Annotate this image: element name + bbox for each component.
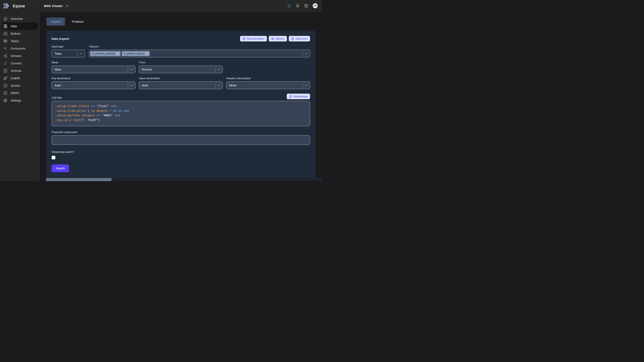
chevron-down-icon bbox=[217, 84, 220, 87]
cluster-name: MSK Cluster bbox=[44, 4, 63, 8]
select-divider bbox=[215, 67, 215, 71]
value-deserializer-label: Value deserializer bbox=[139, 77, 223, 80]
key-deserializer-label: Key deserializer bbox=[52, 77, 136, 80]
tab-produce[interactable]: Produce bbox=[68, 17, 88, 25]
required-asterisk: * bbox=[99, 45, 100, 48]
key-deserializer-value: Auto bbox=[54, 83, 126, 87]
sidebar-item-label: Brokers bbox=[11, 32, 21, 35]
sidebar-item-krepl[interactable]: kREPL bbox=[2, 89, 38, 97]
chevron-down-icon bbox=[304, 84, 308, 87]
sidebar-item-streams[interactable]: Streams bbox=[2, 52, 38, 60]
from-label: From bbox=[139, 61, 223, 64]
horizontal-scrollbar-track[interactable] bbox=[46, 178, 322, 181]
horizontal-scrollbar-thumb[interactable] bbox=[46, 178, 112, 181]
file-text-icon bbox=[3, 69, 8, 73]
headers-deserializer-value: None bbox=[229, 83, 301, 87]
topic-chip-label: tx_partner_aardvark bbox=[92, 52, 115, 55]
gear-icon bbox=[3, 98, 8, 102]
headers-deserializer-select[interactable]: None bbox=[226, 81, 310, 89]
selected-topic-chips: tx_partner_aardvark✕tx_partner_alpaca✕ bbox=[90, 51, 301, 56]
options-button[interactable]: Options bbox=[269, 36, 287, 41]
help-icon[interactable] bbox=[304, 4, 308, 8]
terminal-icon bbox=[3, 91, 8, 95]
sidebar-item-label: Overview bbox=[11, 17, 23, 20]
input-type-label: Input type* bbox=[52, 45, 85, 48]
value-deserializer-select[interactable]: Auto bbox=[139, 81, 223, 89]
projection-expression-input[interactable] bbox=[52, 135, 310, 145]
input-type-select[interactable]: Topic bbox=[52, 50, 85, 57]
hard-drive-icon bbox=[3, 31, 8, 36]
chevrons-down-icon bbox=[3, 46, 8, 50]
select-divider bbox=[77, 51, 78, 56]
remove-topic-icon[interactable]: ✕ bbox=[146, 52, 148, 55]
mode-select[interactable]: Slice bbox=[52, 66, 136, 73]
trash-icon bbox=[291, 37, 294, 40]
sidebar-item-schema[interactable]: Schema bbox=[2, 67, 38, 74]
home-icon bbox=[3, 17, 8, 21]
topics-label: Topic(s)* bbox=[89, 45, 310, 48]
sidebar-item-ksqldb[interactable]: ksqlDB bbox=[2, 74, 38, 82]
panel-actions: DocumentationOptionsClear form bbox=[240, 36, 310, 41]
file-text-icon bbox=[289, 95, 292, 98]
search-button[interactable]: Search bbox=[52, 164, 69, 172]
streaming-search-checkbox[interactable] bbox=[52, 156, 55, 159]
avatar[interactable]: FH bbox=[313, 3, 318, 8]
sidebar-item-label: ksqlDB bbox=[11, 76, 20, 80]
topbar-actions: FH bbox=[287, 3, 318, 8]
sidebar-item-label: Settings bbox=[11, 99, 21, 102]
app-window: Kpow OverviewDataBrokersTopicsConsumersS… bbox=[0, 0, 322, 181]
sidebar: Kpow OverviewDataBrokersTopicsConsumersS… bbox=[0, 0, 40, 181]
key-deserializer-select[interactable]: Auto bbox=[52, 81, 136, 89]
chevron-down-icon bbox=[217, 68, 220, 71]
projection-expression-label: Projection expression bbox=[52, 131, 310, 134]
code-line: .key.id | test(". *b19f") bbox=[55, 118, 306, 122]
chevrons-up-down-icon bbox=[3, 61, 8, 65]
sidebar-item-label: Quotas bbox=[11, 84, 20, 87]
sidebar-item-label: Data bbox=[11, 24, 17, 28]
code-line: .value.partner.network == "AMEX" and bbox=[55, 113, 306, 118]
cluster-selector[interactable]: MSK Cluster bbox=[44, 4, 69, 8]
required-asterisk: * bbox=[64, 45, 64, 48]
select-divider bbox=[128, 67, 128, 71]
sidebar-item-topics[interactable]: Topics bbox=[2, 37, 38, 45]
remove-topic-icon[interactable]: ✕ bbox=[117, 52, 119, 55]
kjq-filter-editor[interactable]: .value.trade.status == "final" and.value… bbox=[52, 101, 310, 126]
chevron-down-icon bbox=[304, 52, 308, 55]
sidebar-item-connect[interactable]: Connect bbox=[2, 60, 38, 67]
sidebar-item-overview[interactable]: Overview bbox=[2, 15, 38, 22]
share-icon bbox=[3, 54, 8, 58]
select-divider bbox=[215, 83, 215, 87]
gear-icon bbox=[271, 37, 274, 40]
from-select[interactable]: Recent bbox=[139, 66, 223, 73]
topic-chip: tx_partner_alpaca✕ bbox=[122, 51, 150, 56]
documentation-button[interactable]: Documentation bbox=[240, 36, 267, 41]
clear-form-button[interactable]: Clear form bbox=[289, 36, 310, 41]
sidebar-item-quotas[interactable]: Quotas bbox=[2, 82, 38, 89]
table-icon bbox=[3, 39, 8, 43]
kjq-filter-label: kJQ filter bbox=[52, 96, 62, 99]
notifications-bell-icon[interactable] bbox=[296, 4, 300, 8]
pie-chart-icon bbox=[3, 83, 8, 88]
topics-multiselect[interactable]: tx_partner_aardvark✕tx_partner_alpaca✕ bbox=[89, 50, 310, 57]
panel-title: Data inspect bbox=[52, 37, 69, 40]
sidebar-item-consumers[interactable]: Consumers bbox=[2, 45, 38, 52]
sidebar-item-label: Streams bbox=[11, 54, 22, 57]
chevron-down-icon bbox=[66, 4, 69, 8]
code-line: .value.trad.price | to-double > 24.25 an… bbox=[55, 108, 306, 113]
dark-mode-toggle-moon-icon[interactable] bbox=[287, 4, 291, 8]
mode-label: Mode bbox=[52, 61, 136, 64]
sidebar-item-data[interactable]: Data bbox=[2, 22, 38, 30]
keybindings-button[interactable]: Keybindings bbox=[287, 94, 310, 99]
file-search-icon bbox=[3, 24, 8, 28]
topbar: MSK Cluster FH bbox=[40, 0, 322, 12]
kpow-logo-icon bbox=[3, 3, 11, 9]
sidebar-item-settings[interactable]: Settings bbox=[2, 97, 38, 104]
chevron-down-icon bbox=[79, 52, 82, 55]
chevron-down-icon bbox=[130, 84, 133, 87]
brand-logo[interactable]: Kpow bbox=[0, 0, 40, 12]
data-inspect-panel: Data inspect DocumentationOptionsClear f… bbox=[46, 30, 315, 177]
chevron-down-icon bbox=[130, 68, 133, 71]
tab-inspect[interactable]: Inspect bbox=[46, 17, 65, 25]
brand-name: Kpow bbox=[13, 3, 25, 8]
sidebar-item-brokers[interactable]: Brokers bbox=[2, 30, 38, 37]
